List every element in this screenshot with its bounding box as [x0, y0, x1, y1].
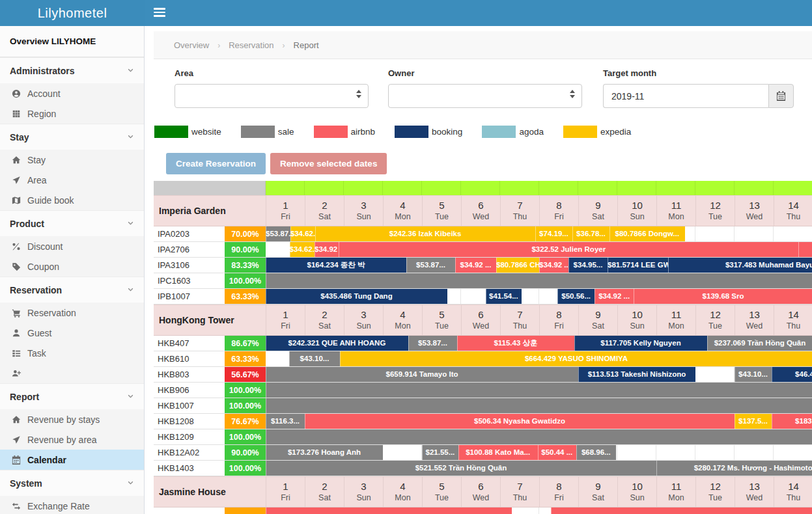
- reservation-bar[interactable]: $664.429 YASUO SHINOMIYA: [340, 351, 812, 366]
- reservation-bar[interactable]: $237.069 Trần Hồng Quân: [707, 336, 812, 351]
- day-header-cell[interactable]: 2 Sat: [305, 305, 344, 335]
- day-cell[interactable]: [695, 367, 735, 382]
- day-header-cell[interactable]: 5 Tue: [422, 477, 461, 507]
- sidebar-item-reservation[interactable]: Reservation: [0, 303, 144, 323]
- day-header-cell[interactable]: 6 Wed: [461, 305, 500, 335]
- day-cell[interactable]: [617, 445, 656, 460]
- day-cell[interactable]: [735, 445, 774, 460]
- breadcrumb-report[interactable]: Report: [294, 40, 319, 50]
- reservation-bar[interactable]: $322.52 Julien Royer: [339, 242, 798, 257]
- day-cell[interactable]: [695, 226, 735, 241]
- reservation-bar[interactable]: $80.7866 Dongw...: [609, 226, 685, 241]
- reservation-bar[interactable]: $53.87...: [266, 226, 290, 241]
- reservation-bar[interactable]: $506.34 Nyasha Gwatidzo: [305, 414, 735, 429]
- reservation-bar[interactable]: $164.234 종찬 박: [266, 258, 406, 273]
- month-strip-cell[interactable]: [500, 181, 539, 195]
- reservation-bar[interactable]: $34.95...: [568, 258, 608, 273]
- day-cell[interactable]: [774, 445, 812, 460]
- sidebar-item-guide-book[interactable]: Guide book: [0, 190, 144, 210]
- sidebar-section-product[interactable]: Product: [0, 210, 144, 236]
- sidebar-item-area[interactable]: Area: [0, 170, 144, 190]
- day-header-cell[interactable]: 9 Sat: [578, 305, 617, 335]
- day-header-cell[interactable]: 13 Wed: [735, 305, 774, 335]
- sidebar-toggle-button[interactable]: [154, 8, 165, 18]
- sidebar-section-report[interactable]: Report: [0, 383, 144, 409]
- day-header-cell[interactable]: 1 Fri: [266, 196, 305, 226]
- reservation-bar[interactable]: [266, 383, 812, 398]
- reservation-bar[interactable]: $521.552 Trần Hồng Quân: [266, 461, 656, 476]
- day-header-cell[interactable]: 1 Fri: [266, 305, 305, 335]
- sidebar-overview-link[interactable]: Overview LILYHOME: [0, 26, 144, 57]
- sidebar-item-ota-account[interactable]: OTA Account: [0, 363, 144, 383]
- day-header-cell[interactable]: 11 Mon: [656, 196, 695, 226]
- month-strip-cell[interactable]: [774, 181, 812, 195]
- day-header-cell[interactable]: 4 Mon: [383, 477, 422, 507]
- reservation-bar[interactable]: $21.55...: [422, 445, 458, 460]
- reservation-bar[interactable]: [551, 507, 812, 514]
- sidebar-item-guest[interactable]: Guest: [0, 323, 144, 343]
- day-header-cell[interactable]: 5 Tue: [422, 305, 461, 335]
- reservation-bar[interactable]: $53.87...: [408, 336, 457, 351]
- reservation-bar[interactable]: $116.3...: [266, 414, 305, 429]
- reservation-bar[interactable]: $113.513 Takeshi Nishizono: [578, 367, 695, 382]
- day-header-cell[interactable]: 10 Sun: [617, 305, 656, 335]
- breadcrumb-reservation[interactable]: Reservation: [229, 40, 273, 50]
- day-header-cell[interactable]: 13 Wed: [735, 477, 774, 507]
- day-cell[interactable]: [695, 445, 735, 460]
- month-strip-cell[interactable]: [695, 181, 735, 195]
- day-header-cell[interactable]: 12 Tue: [695, 305, 735, 335]
- day-header-cell[interactable]: 7 Thu: [500, 477, 539, 507]
- month-strip-cell[interactable]: [305, 181, 344, 195]
- reservation-bar[interactable]: $100.88 Kato Ma...: [458, 445, 538, 460]
- sidebar-section-stay[interactable]: Stay: [0, 124, 144, 150]
- month-strip-cell[interactable]: [383, 181, 422, 195]
- reservation-bar[interactable]: $435.486 Tung Dang: [266, 289, 447, 304]
- day-header-cell[interactable]: 8 Fri: [539, 477, 578, 507]
- reservation-bar[interactable]: [266, 507, 512, 514]
- reservation-bar[interactable]: $74.19...: [535, 226, 572, 241]
- reservation-bar[interactable]: $317.483 Muhamad Bayu: [668, 258, 812, 273]
- sidebar-item-coupon[interactable]: Coupon: [0, 256, 144, 277]
- reservation-bar[interactable]: $43.10...: [735, 367, 772, 382]
- reservation-bar[interactable]: $38.14...: [798, 242, 812, 257]
- sidebar-item-revenue-by-area[interactable]: Revenue by area: [0, 429, 144, 450]
- reservation-bar[interactable]: $117.705 Kelly Nguyen: [574, 336, 707, 351]
- day-header-cell[interactable]: 7 Thu: [500, 305, 539, 335]
- day-cell[interactable]: [383, 445, 422, 460]
- sidebar-item-exchange-rate[interactable]: Exchange Rate: [0, 496, 144, 514]
- day-header-cell[interactable]: 10 Sun: [617, 196, 656, 226]
- brand-logo[interactable]: Lilyhometel: [0, 0, 145, 26]
- day-header-cell[interactable]: 8 Fri: [539, 305, 578, 335]
- day-header-cell[interactable]: 10 Sun: [617, 477, 656, 507]
- month-strip-cell[interactable]: [735, 181, 774, 195]
- day-header-cell[interactable]: 3 Sun: [344, 477, 383, 507]
- reservation-bar[interactable]: $53.87...: [406, 258, 455, 273]
- sidebar-item-region[interactable]: Region: [0, 103, 144, 124]
- month-strip-cell[interactable]: [656, 181, 695, 195]
- reservation-bar[interactable]: $46.43...: [772, 367, 812, 382]
- target-month-input[interactable]: [603, 84, 768, 108]
- reservation-bar[interactable]: [266, 273, 812, 288]
- day-header-cell[interactable]: 3 Sun: [344, 196, 383, 226]
- reservation-bar[interactable]: $139.68 Sro: [634, 289, 812, 304]
- reservation-bar[interactable]: $34.92 ...: [455, 258, 496, 273]
- day-header-cell[interactable]: 14 Thu: [774, 305, 812, 335]
- reservation-bar[interactable]: $36.78...: [572, 226, 609, 241]
- reservation-bar[interactable]: $659.914 Tamayo Ito: [266, 367, 578, 382]
- day-header-cell[interactable]: 11 Mon: [656, 305, 695, 335]
- sidebar-item-discount[interactable]: Discount: [0, 236, 144, 256]
- month-strip-cell[interactable]: [539, 181, 578, 195]
- sidebar-section-system[interactable]: System: [0, 470, 144, 496]
- sidebar-item-account[interactable]: Account: [0, 83, 144, 103]
- reservation-bar[interactable]: $173.276 Hoang Anh: [266, 445, 383, 460]
- day-header-cell[interactable]: 9 Sat: [578, 477, 617, 507]
- reservation-bar[interactable]: $41.54...: [486, 289, 522, 304]
- sidebar-section-administrators[interactable]: Administrators: [0, 57, 144, 83]
- month-strip-cell[interactable]: [617, 181, 656, 195]
- area-select[interactable]: [175, 84, 369, 108]
- reservation-bar[interactable]: $242.321 QUE ANH HOANG: [266, 336, 408, 351]
- reservation-bar[interactable]: [266, 398, 812, 413]
- reservation-bar[interactable]: $80.7866 CHUL H...: [496, 258, 539, 273]
- sidebar-item-task[interactable]: Task: [0, 343, 144, 363]
- reservation-bar[interactable]: $280.172 Ms. Hương - Hashimoto Hi: [656, 461, 812, 476]
